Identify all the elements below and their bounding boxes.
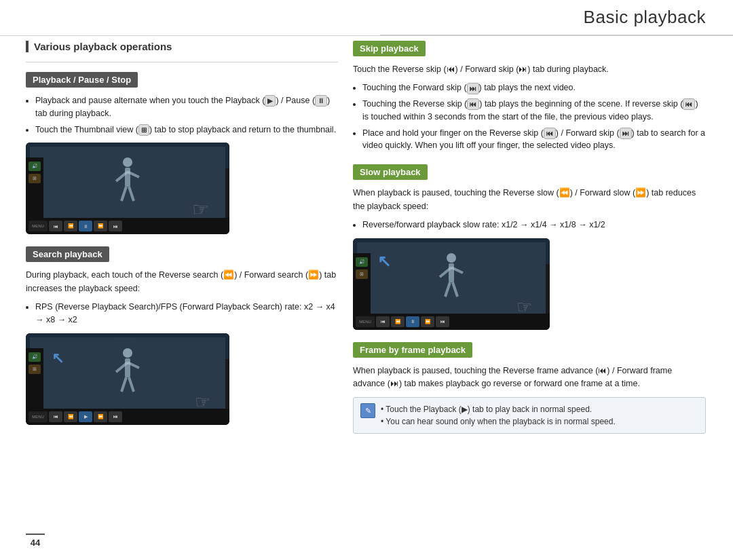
page-title: Basic playback <box>584 7 706 28</box>
skip-para: Touch the Reverse skip (⏮) / Forward ski… <box>353 63 706 76</box>
device-sidebar-2: 🔊 ⊠ <box>26 348 43 410</box>
zoom-btn-2: ⊠ <box>29 365 41 374</box>
pause-ctrl-3: ⏸ <box>406 316 419 327</box>
svg-rect-1 <box>125 168 130 187</box>
slow-playback-section: Slow playback When playback is paused, t… <box>353 164 706 330</box>
slow-bullets: Reverse/forward playback slow rate: x1/2… <box>362 219 706 231</box>
section-label: Various playback operations <box>26 41 338 52</box>
prev-ctrl-2: ⏮ <box>49 411 62 422</box>
svg-rect-7 <box>125 358 130 377</box>
playback-pause-stop-section: Playback / Pause / Stop Playback and pau… <box>26 72 338 234</box>
device-sidebar-3: 🔊 ⊠ <box>353 253 371 315</box>
skip-playback-section: Skip playback Touch the Reverse skip (⏮)… <box>353 41 706 152</box>
svg-point-0 <box>123 157 132 167</box>
hand-cursor-3: ☞ <box>516 297 532 318</box>
search-bullets: RPS (Reverse Playback Search)/FPS (Forwa… <box>35 301 338 326</box>
title-bar: Basic playback <box>380 0 733 35</box>
svg-line-16 <box>445 282 450 297</box>
svg-point-6 <box>123 348 132 358</box>
svg-line-5 <box>129 187 134 201</box>
figure-svg-3 <box>433 253 470 303</box>
play-ctrl-2: ▶ <box>79 411 92 422</box>
note-bullet-2: • You can hear sound only when the playb… <box>381 415 616 428</box>
fwd-ctrl-2: ⏩ <box>94 411 107 422</box>
zoom-btn-3: ⊠ <box>356 269 368 279</box>
next-ctrl: ⏭ <box>109 221 122 231</box>
slow-playback-header: Slow playback <box>353 164 428 180</box>
bullet-item: Playback and pause alternate when you to… <box>35 94 338 120</box>
note-bullet-1: • Touch the Playback (▶) tab to play bac… <box>381 403 616 415</box>
menu-ctrl-3: MENU <box>356 316 375 327</box>
vol-btn: 🔊 <box>29 162 41 171</box>
skip-playback-header: Skip playback <box>353 41 426 56</box>
zoom-btn: ⊠ <box>29 174 41 183</box>
note-box: ✎ • Touch the Playback (▶) tab to play b… <box>353 397 706 434</box>
search-playback-header: Search playback <box>26 246 109 262</box>
vol-btn-3: 🔊 <box>356 257 368 267</box>
device-mockup-2: ▶ SAMSUNG CAMERAL 190_001 ▐▐▐▐ 🔲 ALL <box>26 333 229 425</box>
bullet-item: Touching the Reverse skip (⏮) tab plays … <box>362 98 706 124</box>
note-text: • Touch the Playback (▶) tab to play bac… <box>381 403 616 428</box>
frame-by-frame-section: Frame by frame playback When playback is… <box>353 342 706 434</box>
playback-pause-stop-bullets: Playback and pause alternate when you to… <box>35 94 338 136</box>
hand-cursor-2: ☞ <box>195 392 210 413</box>
vol-btn-2: 🔊 <box>29 352 41 362</box>
note-icon: ✎ <box>360 403 375 418</box>
device-mockup-1: ▶ SAMSUNG CAMERAL 190_001 ▐▐▐▐ 🔲 ALL <box>26 143 229 234</box>
search-para: During playback, each touch of the Rever… <box>26 269 338 295</box>
fwd-ctrl-3: ⏩ <box>421 316 434 327</box>
arrow-slow: ↖ <box>377 252 391 271</box>
next-ctrl-3: ⏭ <box>436 316 449 327</box>
page-number: 44 <box>26 534 45 548</box>
bullet-item: Reverse/forward playback slow rate: x1/2… <box>362 219 706 231</box>
menu-ctrl-2: MENU <box>29 411 48 422</box>
bullet-item: RPS (Reverse Playback Search)/FPS (Forwa… <box>35 301 338 326</box>
figure-svg <box>109 157 147 208</box>
menu-ctrl: MENU <box>29 221 48 231</box>
right-column: Skip playback Touch the Reverse skip (⏮)… <box>353 41 706 446</box>
rew-ctrl-2: ⏪ <box>64 411 77 422</box>
fwd-ctrl: ⏩ <box>94 221 107 231</box>
rew-ctrl-3: ⏪ <box>391 316 405 327</box>
slow-para: When playback is paused, touching the Re… <box>353 187 706 213</box>
hand-cursor-1: ☞ <box>192 198 209 221</box>
device-sidebar: 🔊 ⊠ <box>26 157 43 219</box>
bullet-item: Touching the Forward skip (⏭) tab plays … <box>362 81 706 94</box>
svg-line-4 <box>121 187 126 201</box>
bullet-item: Touch the Thumbnail view (⊞) tab to stop… <box>35 124 338 136</box>
search-playback-section: Search playback During playback, each to… <box>26 246 338 424</box>
next-ctrl-2: ⏭ <box>109 411 122 422</box>
pause-ctrl: ⏸ <box>79 221 92 231</box>
left-column: Various playback operations Playback / P… <box>26 41 338 437</box>
section-divider <box>26 62 338 62</box>
device-mockup-3: ▶ SAMSUNG CAMERAL 190_001 ▐▐▐▐ 🔲 ALL <box>353 238 550 330</box>
svg-point-12 <box>447 253 456 263</box>
arrow-left: ↖ <box>52 350 64 367</box>
prev-ctrl: ⏮ <box>49 221 62 231</box>
top-border <box>0 35 733 36</box>
frame-by-frame-header: Frame by frame playback <box>353 342 472 358</box>
playback-pause-stop-header: Playback / Pause / Stop <box>26 72 138 88</box>
svg-line-10 <box>121 377 126 392</box>
svg-rect-13 <box>449 263 454 282</box>
svg-line-11 <box>129 377 134 392</box>
figure-svg-2 <box>109 348 147 398</box>
prev-ctrl-3: ⏮ <box>376 316 390 327</box>
bullet-item: Place and hold your finger on the Revers… <box>362 127 706 153</box>
rew-ctrl: ⏪ <box>64 221 77 231</box>
frame-para: When playback is paused, touching the Re… <box>353 365 706 391</box>
skip-bullets: Touching the Forward skip (⏭) tab plays … <box>362 81 706 152</box>
svg-line-17 <box>453 282 457 297</box>
